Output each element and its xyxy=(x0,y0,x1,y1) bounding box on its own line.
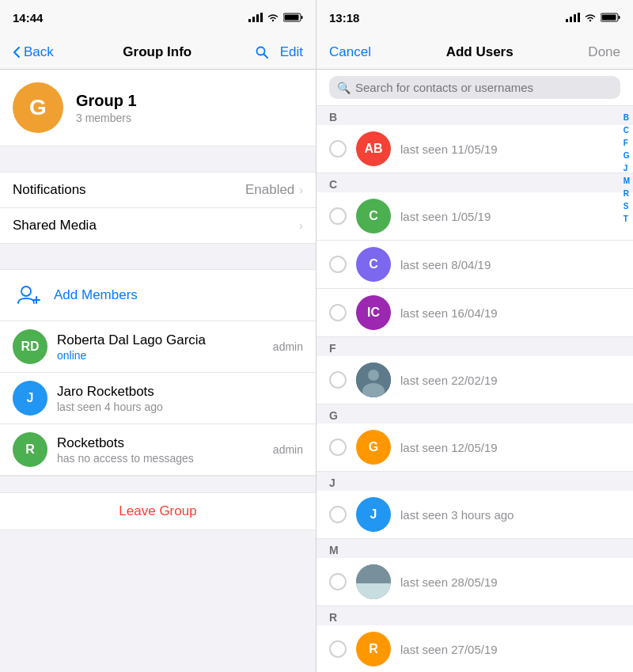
time-right: 13:18 xyxy=(329,11,359,25)
contact-avatar-c1: C xyxy=(356,199,391,233)
notifications-row[interactable]: Notifications Enabled › xyxy=(0,173,316,208)
divider-2 xyxy=(0,244,316,269)
member-role-r: admin xyxy=(273,443,303,456)
contact-row[interactable]: R last seen 27/05/19 xyxy=(316,625,633,672)
contact-avatar-ic: IC xyxy=(356,295,391,330)
contact-row[interactable]: IC last seen 16/04/19 xyxy=(316,289,633,337)
nav-right-left: Edit xyxy=(255,41,309,63)
svg-point-22 xyxy=(368,370,379,381)
member-row[interactable]: R Rocketbots has no access to messages a… xyxy=(0,424,316,476)
contact-last-seen: last seen 27/05/19 xyxy=(400,643,620,656)
notifications-value: Enabled xyxy=(245,182,294,198)
contact-radio[interactable] xyxy=(329,256,347,273)
contact-avatar-m xyxy=(356,564,391,599)
index-c[interactable]: C xyxy=(624,127,630,135)
cancel-button[interactable]: Cancel xyxy=(323,41,377,63)
status-icons-right xyxy=(566,13,620,22)
photo-placeholder-m xyxy=(356,564,391,599)
svg-line-9 xyxy=(263,54,267,58)
index-g[interactable]: G xyxy=(624,152,630,160)
contact-row[interactable]: last seen 22/02/19 xyxy=(316,356,633,404)
shared-media-row[interactable]: Shared Media › xyxy=(0,208,316,243)
contact-radio[interactable] xyxy=(329,304,347,321)
notifications-chevron: › xyxy=(299,184,303,196)
battery-icon-left xyxy=(283,13,303,22)
member-avatar-r: R xyxy=(13,432,47,467)
nav-bar-left: Back Group Info Edit xyxy=(0,35,316,70)
contact-last-seen: last seen 22/02/19 xyxy=(400,374,620,387)
contact-avatar-ab: AB xyxy=(356,131,391,166)
svg-rect-15 xyxy=(574,14,576,22)
svg-rect-1 xyxy=(252,17,255,22)
contact-radio[interactable] xyxy=(329,640,347,658)
svg-rect-20 xyxy=(602,15,616,21)
search-wrapper: 🔍 xyxy=(329,76,620,99)
contact-row[interactable]: last seen 28/05/19 xyxy=(316,558,633,606)
group-header: G Group 1 3 members xyxy=(0,70,316,146)
contact-row[interactable]: G last seen 12/05/19 xyxy=(316,423,633,472)
search-icon-nav[interactable] xyxy=(255,45,269,59)
time-left: 14:44 xyxy=(13,11,43,25)
back-button[interactable]: Back xyxy=(6,41,60,63)
contact-row[interactable]: C last seen 1/05/19 xyxy=(316,192,633,241)
svg-rect-7 xyxy=(285,15,299,21)
wifi-icon-right xyxy=(584,13,597,22)
search-input[interactable] xyxy=(355,81,612,94)
index-j[interactable]: J xyxy=(624,165,630,173)
index-m[interactable]: M xyxy=(624,177,630,185)
contact-avatar-j: J xyxy=(356,497,391,532)
member-avatar-rd: RD xyxy=(13,329,47,364)
index-t[interactable]: T xyxy=(624,215,630,223)
member-avatar-j: J xyxy=(13,381,47,416)
member-row[interactable]: J Jaro Rocketbots last seen 4 hours ago xyxy=(0,373,316,424)
index-f[interactable]: F xyxy=(624,139,630,147)
contact-radio[interactable] xyxy=(329,506,347,523)
shared-media-label: Shared Media xyxy=(13,218,299,233)
add-users-title: Add Users xyxy=(446,44,514,60)
leave-group-button[interactable]: Leave Group xyxy=(0,493,316,530)
member-info-j: Jaro Rocketbots last seen 4 hours ago xyxy=(57,384,294,413)
member-row[interactable]: RD Roberta Dal Lago Garcia online admin xyxy=(0,321,316,373)
section-header-b: B xyxy=(316,106,633,125)
contact-radio[interactable] xyxy=(329,371,347,389)
contact-last-seen: last seen 3 hours ago xyxy=(400,508,620,522)
contact-avatar-c2: C xyxy=(356,247,391,282)
edit-button[interactable]: Edit xyxy=(274,41,309,63)
contact-radio[interactable] xyxy=(329,207,347,225)
member-role-rd: admin xyxy=(273,340,303,353)
member-status-r: has no access to messages xyxy=(57,452,263,465)
group-avatar: G xyxy=(13,82,63,133)
svg-point-10 xyxy=(21,287,31,296)
member-name-j: Jaro Rocketbots xyxy=(57,384,294,400)
done-button: Done xyxy=(582,41,627,63)
contact-row[interactable]: C last seen 8/04/19 xyxy=(316,241,633,289)
section-header-j: J xyxy=(316,472,633,491)
svg-rect-3 xyxy=(260,13,263,22)
section-header-f: F xyxy=(316,337,633,356)
contact-row[interactable]: AB last seen 11/05/19 xyxy=(316,125,633,173)
section-header-r: R xyxy=(316,606,633,625)
contact-row[interactable]: J last seen 3 hours ago xyxy=(316,491,633,539)
add-members-row[interactable]: Add Members xyxy=(0,270,316,321)
group-name: Group 1 xyxy=(76,92,137,110)
left-panel: 14:44 xyxy=(0,0,316,672)
group-info-text: Group 1 3 members xyxy=(76,92,137,124)
contact-radio[interactable] xyxy=(329,140,347,158)
index-b[interactable]: B xyxy=(624,114,630,122)
member-status-j: last seen 4 hours ago xyxy=(57,401,294,413)
contact-radio[interactable] xyxy=(329,439,347,456)
index-r[interactable]: R xyxy=(624,190,630,198)
back-label: Back xyxy=(24,44,54,60)
contact-avatar-f xyxy=(356,363,391,397)
index-s[interactable]: S xyxy=(624,203,630,211)
members-section: Add Members RD Roberta Dal Lago Garcia o… xyxy=(0,269,316,476)
contact-radio[interactable] xyxy=(329,573,347,590)
contact-last-seen: last seen 1/05/19 xyxy=(400,210,620,223)
battery-icon-right xyxy=(601,13,620,22)
member-status-rd: online xyxy=(57,349,263,362)
search-icon: 🔍 xyxy=(337,82,351,94)
wifi-icon-left xyxy=(267,13,279,22)
svg-rect-16 xyxy=(578,13,580,22)
svg-point-17 xyxy=(589,20,591,21)
member-name-rd: Roberta Dal Lago Garcia xyxy=(57,332,263,348)
